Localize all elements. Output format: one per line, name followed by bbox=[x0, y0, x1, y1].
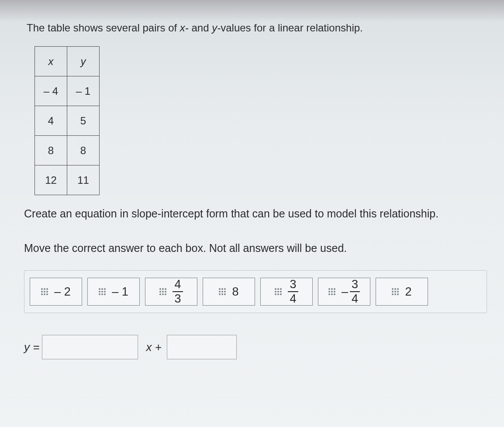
tile-label: 4 3 bbox=[173, 279, 183, 305]
answer-tile-neg2[interactable]: – 2 bbox=[30, 278, 82, 306]
y-equals-label: y = bbox=[24, 341, 39, 354]
instruction-create: Create an equation in slope-intercept fo… bbox=[24, 207, 491, 220]
answer-tile-3-4[interactable]: 3 4 bbox=[260, 278, 313, 306]
intro-mid: and bbox=[189, 22, 212, 34]
answer-tile-bank: – 2 – 1 4 3 8 3 4 – 3 4 2 bbox=[24, 270, 487, 313]
drag-handle-icon bbox=[275, 288, 282, 295]
tile-label: – 3 4 bbox=[342, 279, 360, 305]
x-plus-label: x + bbox=[146, 341, 161, 354]
drag-handle-icon bbox=[392, 288, 399, 295]
tile-label: 8 bbox=[232, 285, 238, 299]
tile-label: 3 4 bbox=[288, 279, 298, 305]
answer-tile-neg-3-4[interactable]: – 3 4 bbox=[318, 278, 370, 306]
answer-tile-4-3[interactable]: 4 3 bbox=[145, 278, 197, 306]
var-y: y- bbox=[212, 22, 221, 34]
cell-x: 12 bbox=[35, 165, 67, 195]
var-x: x- bbox=[180, 22, 189, 34]
tile-label: – 2 bbox=[54, 285, 71, 299]
cell-y: – 1 bbox=[67, 76, 100, 106]
answer-tile-neg1[interactable]: – 1 bbox=[87, 278, 140, 306]
cell-y: 11 bbox=[67, 165, 100, 195]
answer-tile-2[interactable]: 2 bbox=[376, 278, 428, 306]
drag-handle-icon bbox=[328, 288, 335, 295]
instruction-move: Move the correct answer to each box. Not… bbox=[24, 242, 491, 255]
tile-label: – 1 bbox=[112, 285, 128, 299]
intro-post: values for a linear relationship. bbox=[221, 22, 363, 34]
tile-label: 2 bbox=[405, 285, 411, 299]
table-row: 12 11 bbox=[35, 165, 100, 195]
cell-y: 8 bbox=[67, 136, 100, 165]
cell-x: 8 bbox=[35, 136, 67, 165]
table-row: 8 8 bbox=[35, 136, 100, 165]
col-header-x: x bbox=[35, 47, 67, 76]
intercept-drop-target[interactable] bbox=[167, 335, 237, 359]
cell-x: – 4 bbox=[35, 76, 67, 106]
intro-pre: The table shows several pairs of bbox=[27, 22, 180, 34]
equation-template: y = x + bbox=[24, 335, 491, 359]
xy-table: x y – 4 – 1 4 5 8 8 12 11 bbox=[35, 46, 100, 195]
drag-handle-icon bbox=[219, 288, 226, 295]
table-row: 4 5 bbox=[35, 106, 100, 136]
problem-intro: The table shows several pairs of x- and … bbox=[27, 22, 491, 34]
slope-drop-target[interactable] bbox=[42, 335, 138, 359]
cell-y: 5 bbox=[67, 106, 100, 136]
table-row: – 4 – 1 bbox=[35, 76, 100, 106]
drag-handle-icon bbox=[99, 288, 106, 295]
drag-handle-icon bbox=[41, 288, 48, 295]
cell-x: 4 bbox=[35, 106, 67, 136]
col-header-y: y bbox=[67, 47, 100, 76]
answer-tile-8[interactable]: 8 bbox=[203, 278, 255, 306]
drag-handle-icon bbox=[159, 288, 166, 295]
